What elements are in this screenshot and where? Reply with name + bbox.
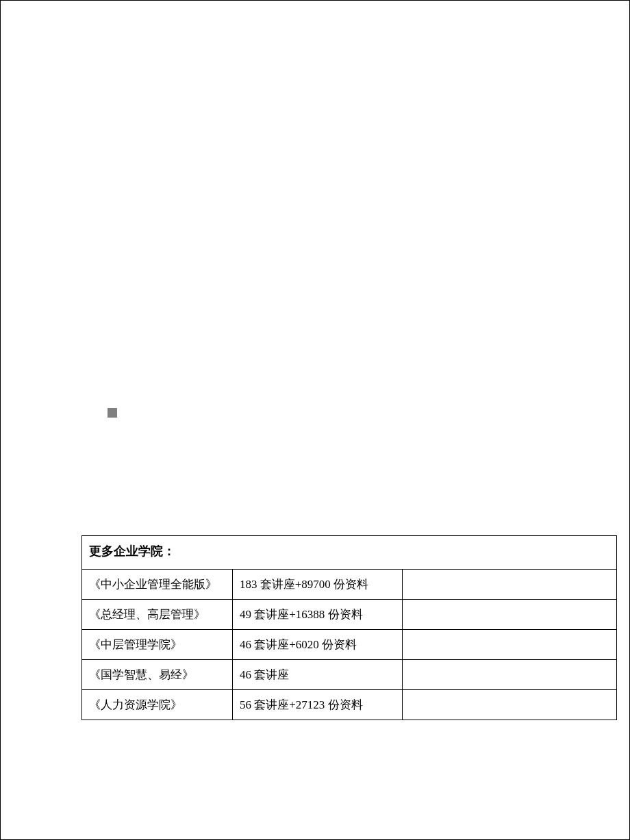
table-row: 《人力资源学院》 56 套讲座+27123 份资料 [82,690,617,720]
table-row: 《总经理、高层管理》 49 套讲座+16388 份资料 [82,600,617,630]
table-header: 更多企业学院： [82,536,617,570]
course-name: 《总经理、高层管理》 [82,600,233,630]
course-detail: 49 套讲座+16388 份资料 [233,600,403,630]
course-name: 《中层管理学院》 [82,630,233,660]
course-name: 《国学智慧、易经》 [82,660,233,690]
course-detail: 183 套讲座+89700 份资料 [233,570,403,600]
table-row: 《国学智慧、易经》 46 套讲座 [82,660,617,690]
course-extra [403,690,617,720]
course-extra [403,630,617,660]
table-header-row: 更多企业学院： [82,536,617,570]
table-row: 《中层管理学院》 46 套讲座+6020 份资料 [82,630,617,660]
table-row: 《中小企业管理全能版》 183 套讲座+89700 份资料 [82,570,617,600]
bullet-square-icon [108,408,117,418]
course-detail: 56 套讲座+27123 份资料 [233,690,403,720]
course-name: 《中小企业管理全能版》 [82,570,233,600]
course-name: 《人力资源学院》 [82,690,233,720]
course-extra [403,570,617,600]
course-detail: 46 套讲座+6020 份资料 [233,630,403,660]
course-extra [403,600,617,630]
document-page: 更多企业学院： 《中小企业管理全能版》 183 套讲座+89700 份资料 《总… [0,0,630,840]
course-extra [403,660,617,690]
course-detail: 46 套讲座 [233,660,403,690]
course-table: 更多企业学院： 《中小企业管理全能版》 183 套讲座+89700 份资料 《总… [81,535,617,720]
